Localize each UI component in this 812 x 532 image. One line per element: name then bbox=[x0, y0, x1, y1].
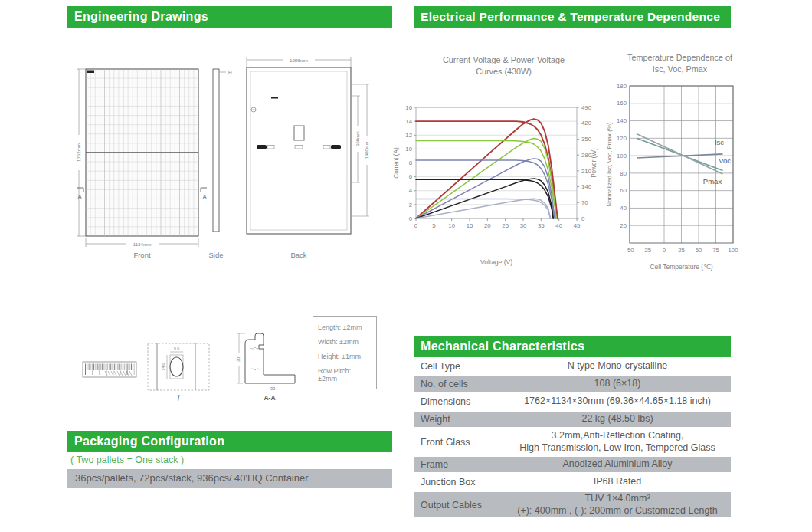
svg-text:8: 8 bbox=[409, 159, 412, 166]
series-label-Voc: Voc bbox=[719, 156, 731, 165]
svg-text:80: 80 bbox=[620, 170, 627, 177]
section-aa-label: A-A bbox=[264, 394, 275, 402]
svg-text:120: 120 bbox=[617, 135, 627, 142]
tolerance-height: Height: ±1mm bbox=[318, 353, 372, 360]
tolerance-box: Length: ±2mm Width: ±2mm Height: ±1mm Ro… bbox=[313, 316, 377, 389]
tolerance-row-pitch: Row Pitch: ±2mm bbox=[318, 367, 372, 383]
svg-text:40: 40 bbox=[555, 222, 562, 229]
section-marker-right: A bbox=[203, 194, 207, 199]
back-view-drawing: 1086mm 990mm 1400mm Back bbox=[247, 57, 371, 260]
chart-series-IV-200W bbox=[416, 199, 551, 218]
y-axis-label-left: Current (A) bbox=[393, 147, 400, 179]
svg-text:10: 10 bbox=[448, 222, 455, 229]
iv-chart-title: Current-Voltage & Power-Voltage Curves (… bbox=[414, 54, 594, 77]
y-axis-label: Normalized Isc, Voc, Pmax (%) bbox=[606, 122, 613, 207]
svg-text:160: 160 bbox=[617, 100, 627, 107]
table-row: Output Cables TUV 1×4.0mm² (+): 400mm , … bbox=[414, 492, 731, 517]
table-row: No. of cells 108 (6×18) bbox=[414, 376, 731, 392]
slot-width-dimension: 9.0 bbox=[174, 346, 179, 351]
connector-left bbox=[257, 145, 267, 149]
table-row: Frame Anodized Aluminium Alloy bbox=[414, 457, 731, 472]
svg-text:5: 5 bbox=[432, 222, 436, 229]
mounting-holes-outer-dimension: 1400mm bbox=[365, 142, 369, 159]
connector-right bbox=[331, 145, 341, 149]
packaging-details: 36pcs/pallets, 72pcs/stack, 936pcs/ 40'H… bbox=[67, 469, 392, 488]
section-aa-drawing: 30 33 A-A bbox=[236, 333, 296, 402]
svg-text:0: 0 bbox=[663, 247, 666, 254]
datasheet-page: Engineering Drawings Electrical Performa… bbox=[0, 0, 812, 532]
tolerance-width: Width: ±2mm bbox=[318, 338, 372, 346]
row-label: Dimensions bbox=[414, 396, 504, 407]
detail-i-drawing: 9.0 14.0 I bbox=[148, 343, 209, 402]
svg-text:420: 420 bbox=[581, 120, 592, 126]
svg-text:100: 100 bbox=[728, 247, 738, 254]
packaging-note: ( Two pallets = One stack ) bbox=[70, 455, 184, 465]
frame-width-dimension: 33 bbox=[270, 386, 275, 391]
table-row: Cell Type N type Mono-crystalline bbox=[414, 359, 731, 374]
row-value: 22 kg (48.50 lbs) bbox=[504, 413, 731, 425]
row-value: 1762×1134×30mm (69.36×44.65×1.18 inch) bbox=[504, 396, 731, 408]
x-axis-label: Cell Temperature (℃) bbox=[650, 263, 712, 271]
svg-text:0: 0 bbox=[414, 222, 418, 229]
y-axis-label-right: Power (W) bbox=[591, 148, 598, 178]
svg-text:20: 20 bbox=[484, 222, 491, 229]
row-label: Frame bbox=[414, 459, 504, 470]
temperature-chart-title: Temperature Dependence of Isc, Voc, Pmax bbox=[613, 52, 747, 75]
tolerance-length: Length: ±2mm bbox=[318, 323, 372, 331]
chart-series-PV-600W bbox=[416, 159, 555, 218]
front-view-drawing: 1762mm 1134mm A A Front bbox=[75, 69, 207, 259]
svg-text:10: 10 bbox=[405, 146, 412, 153]
svg-text:4: 4 bbox=[409, 187, 413, 194]
svg-text:25: 25 bbox=[502, 222, 509, 229]
svg-text:-25: -25 bbox=[643, 247, 652, 254]
side-thickness-dimension: H bbox=[228, 70, 232, 75]
svg-text:50: 50 bbox=[696, 247, 702, 254]
side-view-drawing: H Side bbox=[208, 69, 232, 259]
svg-text:70: 70 bbox=[581, 199, 588, 206]
chart-series-PV-200W bbox=[416, 199, 551, 218]
svg-text:2: 2 bbox=[409, 202, 412, 209]
frame-height-dimension: 30 bbox=[236, 357, 241, 362]
table-row: Weight 22 kg (48.50 lbs) bbox=[414, 412, 731, 427]
series-label-Pmax: Pmax bbox=[703, 177, 722, 186]
temperature-dependence-chart: 20406080100120140160180-50-250255075100I… bbox=[605, 77, 766, 287]
row-label: Weight bbox=[414, 414, 504, 425]
x-axis-label: Voltage (V) bbox=[480, 258, 512, 266]
row-value: TUV 1×4.0mm² (+): 400mm , (-): 200mm or … bbox=[504, 493, 731, 517]
svg-text:-50: -50 bbox=[625, 247, 634, 254]
barcode-drawing bbox=[83, 362, 136, 377]
svg-text:25: 25 bbox=[678, 247, 685, 254]
mechanical-characteristics-header: Mechanical Characteristics bbox=[414, 336, 731, 357]
svg-text:45: 45 bbox=[574, 222, 581, 229]
svg-text:490: 490 bbox=[581, 104, 592, 111]
row-value: Anodized Aluminium Alloy bbox=[504, 458, 731, 471]
front-width-dimension: 1134mm bbox=[133, 241, 152, 247]
row-label: Output Cables bbox=[414, 500, 504, 511]
row-label: No. of cells bbox=[414, 379, 504, 389]
row-label: Cell Type bbox=[414, 361, 504, 372]
svg-text:30: 30 bbox=[520, 222, 527, 229]
svg-text:100: 100 bbox=[617, 153, 627, 159]
side-view-label: Side bbox=[208, 251, 223, 259]
mounting-slot bbox=[170, 357, 183, 376]
iv-curve-chart: 0246810121416070140210280350420490051015… bbox=[391, 86, 609, 287]
mounting-holes-inner-dimension: 990mm bbox=[355, 131, 360, 146]
engineering-drawings-header: Engineering Drawings bbox=[67, 6, 392, 28]
svg-text:35: 35 bbox=[538, 222, 545, 229]
back-width-dimension: 1086mm bbox=[290, 57, 308, 63]
row-label: Front Glass bbox=[414, 437, 504, 448]
electrical-performance-header: Electrical Performance & Temperature Dep… bbox=[414, 6, 731, 28]
junction-box bbox=[294, 126, 304, 140]
row-label: Junction Box bbox=[414, 477, 504, 488]
detail-i-label: I bbox=[178, 394, 180, 402]
engineering-drawings-figure: 1762mm 1134mm A A Front H Side bbox=[67, 54, 392, 268]
row-value: 108 (6×18) bbox=[504, 378, 731, 390]
row-value: 3.2mm,Anti-Reflection Coating, High Tran… bbox=[504, 430, 731, 454]
svg-text:350: 350 bbox=[581, 136, 592, 143]
svg-text:15: 15 bbox=[467, 222, 473, 229]
svg-text:14: 14 bbox=[405, 118, 412, 125]
back-view-label: Back bbox=[290, 251, 306, 259]
svg-text:0: 0 bbox=[581, 215, 585, 222]
front-view-label: Front bbox=[133, 251, 151, 259]
svg-text:12: 12 bbox=[405, 132, 412, 139]
